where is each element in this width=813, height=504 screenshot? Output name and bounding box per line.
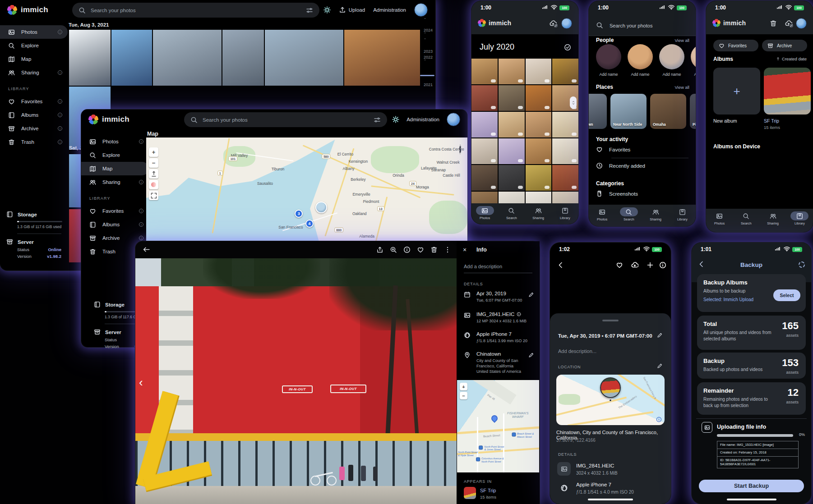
sidebar-item-map[interactable]: Map [0, 52, 68, 66]
compass-button[interactable] [149, 169, 158, 179]
location-map[interactable]: The Embarcadero San Francisco Ferry B [556, 375, 665, 425]
search-input[interactable]: Search your photos [610, 23, 652, 28]
album-tile-sf-trip[interactable] [764, 68, 811, 115]
close-icon[interactable]: × [463, 246, 467, 253]
detail-sheet[interactable]: Tue, Apr 30, 2019 • 6:07 PM GMT-07:00 Ad… [550, 313, 671, 504]
more-icon[interactable] [444, 246, 451, 253]
search-input[interactable]: Search your photos [184, 112, 387, 127]
select-all-icon[interactable] [564, 44, 571, 51]
zoom-out-button[interactable]: − [149, 158, 158, 168]
add-name-button[interactable]: Add name [628, 72, 653, 77]
nav-tab-photos[interactable]: Photos [592, 207, 612, 221]
favorites-button[interactable]: Favorites [713, 40, 758, 51]
sidebar-item-photos[interactable]: Photosi [0, 25, 68, 39]
sidebar-item-explore[interactable]: Explore [0, 39, 68, 52]
zoom-out-button[interactable]: − [460, 392, 467, 399]
trash-icon[interactable] [770, 20, 777, 27]
sidebar-item-sharing[interactable]: Sharingi [81, 175, 149, 189]
sheet-handle[interactable] [602, 320, 619, 321]
sidebar-item-sharing[interactable]: Sharingi [0, 66, 68, 79]
attribution-icon[interactable] [656, 417, 662, 422]
face-avatar[interactable] [628, 44, 653, 69]
sort-button[interactable]: Created date [776, 56, 807, 61]
scroll-handle[interactable] [570, 96, 577, 109]
add-name-button[interactable]: Add name [596, 72, 621, 77]
theme-toggle-icon[interactable] [323, 6, 331, 14]
archive-button[interactable]: Archive [762, 40, 807, 51]
photo-grid[interactable] [471, 59, 578, 203]
favorite-icon[interactable] [616, 261, 623, 269]
photo-tile[interactable] [471, 138, 498, 164]
map-cluster-marker[interactable]: 4 [305, 220, 314, 228]
photo-tile[interactable] [526, 112, 552, 137]
photo-tile[interactable] [552, 138, 578, 164]
upload-cloud-icon[interactable] [631, 261, 638, 269]
avatar[interactable] [561, 18, 572, 29]
upload-button[interactable]: Upload [339, 6, 365, 14]
search-input[interactable]: Search your photos [72, 3, 319, 18]
zoom-in-button[interactable]: + [149, 147, 158, 157]
photo-thumbnail[interactable] [265, 30, 343, 86]
filter-icon[interactable] [374, 116, 381, 124]
sidebar-item-map[interactable]: Map [81, 162, 149, 175]
activity-item-favorites[interactable]: Favorites [596, 146, 630, 153]
edit-location-icon[interactable] [657, 363, 663, 369]
nav-tab-sharing[interactable]: Sharing [528, 206, 548, 220]
place-card[interactable]: Near North Side [610, 94, 647, 129]
add-description-field[interactable]: Add description... [558, 348, 596, 354]
backup-cloud-icon[interactable] [550, 20, 557, 27]
avatar[interactable] [796, 18, 807, 29]
category-item-screenshots[interactable]: Screenshots [596, 190, 638, 197]
photo-tile[interactable] [471, 59, 498, 84]
people-view-all[interactable]: View all [674, 38, 689, 43]
favorite-icon[interactable] [417, 246, 424, 253]
photo-tile[interactable] [552, 112, 578, 137]
sidebar-item-archive[interactable]: Archivei [0, 122, 68, 135]
back-icon[interactable] [557, 261, 564, 269]
location-minimap[interactable]: + − FISHERMAN'S WHARF Beach Street Pier … [457, 380, 539, 472]
nav-tab-library[interactable]: Library [672, 207, 692, 221]
administration-link[interactable]: Administration [373, 7, 406, 13]
info-icon[interactable] [659, 261, 666, 269]
settings-gear-icon[interactable] [799, 261, 805, 268]
add-description-field[interactable]: Add a description [464, 264, 502, 269]
avatar[interactable] [447, 113, 460, 126]
sidebar-item-favorites[interactable]: Favoritesi [81, 204, 149, 218]
immich-logo[interactable]: immich [88, 115, 129, 124]
photo-tile[interactable] [499, 138, 525, 164]
theme-toggle-icon[interactable] [392, 116, 399, 123]
photo-cluster-marker[interactable] [315, 202, 327, 213]
avatar[interactable] [414, 3, 428, 17]
add-name-button[interactable]: Add name [659, 72, 684, 77]
photo-tile[interactable] [471, 85, 498, 111]
edit-date-icon[interactable] [657, 332, 663, 338]
zoom-in-button[interactable]: + [460, 383, 467, 390]
photo-tile[interactable] [526, 138, 552, 164]
zoom-icon[interactable] [390, 246, 397, 253]
photo-tile[interactable] [526, 165, 552, 191]
sidebar-item-photos[interactable]: Photosi [81, 135, 149, 148]
sidebar-item-albums[interactable]: Albumsi [0, 108, 68, 122]
photo-tile[interactable] [552, 165, 578, 191]
edit-icon[interactable] [528, 352, 534, 358]
back-icon[interactable] [143, 246, 150, 255]
places-view-all[interactable]: View all [674, 85, 689, 90]
map-theme-button[interactable] [149, 180, 158, 189]
nav-tab-search[interactable]: Search [619, 207, 639, 221]
photo-tile[interactable] [526, 192, 552, 203]
new-album-tile[interactable]: + [713, 68, 760, 115]
place-card[interactable]: Chinatown [589, 94, 607, 129]
add-icon[interactable] [647, 261, 654, 269]
nav-tab-photos[interactable]: Photos [475, 206, 495, 220]
face-avatar[interactable] [691, 44, 696, 69]
photo-thumbnail[interactable] [344, 30, 420, 86]
nav-tab-photos[interactable]: Photos [710, 211, 730, 225]
face-avatar[interactable] [596, 44, 621, 69]
nav-tab-sharing[interactable]: Sharing [646, 207, 665, 221]
map-cluster-marker[interactable]: 3 [295, 210, 303, 218]
nav-tab-search[interactable]: Search [736, 211, 756, 225]
start-backup-button[interactable]: Start Backup [699, 480, 804, 492]
photo-tile[interactable] [471, 165, 498, 191]
place-card[interactable]: Omaha [650, 94, 686, 129]
photo-thumbnail[interactable] [111, 30, 152, 86]
